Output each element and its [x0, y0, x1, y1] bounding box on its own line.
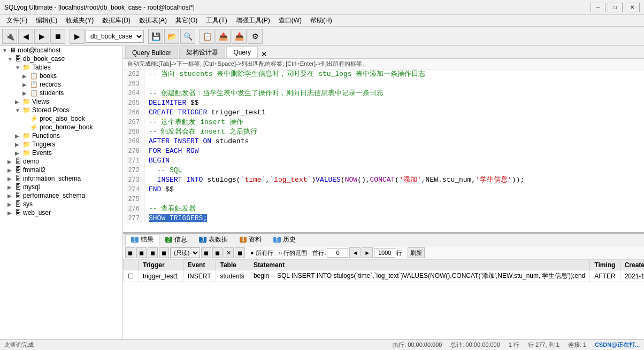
hint-bar: 自动完成能:[Tab]->下一标签; [Ctrl+Space]->列出匹配的标签…	[123, 59, 644, 69]
result-btn-1[interactable]: ◼	[125, 247, 135, 258]
result-btn-5[interactable]: ◼	[201, 247, 211, 258]
menu-database[interactable]: 数据库(D)	[98, 15, 135, 26]
export-button[interactable]: 📤	[216, 29, 231, 44]
result-btn-7[interactable]: ✕	[224, 247, 234, 258]
code-editor[interactable]: 262 -- 当向 students 表中删除学生信息时，同时要在 stu_lo…	[123, 69, 644, 232]
code-line-262: 262 -- 当向 students 表中删除学生信息时，同时要在 stu_lo…	[123, 69, 644, 79]
sidebar-mysql[interactable]: ▶ 🗄 mysql	[0, 183, 122, 191]
result-btn-3[interactable]: ◼	[148, 247, 158, 258]
menu-window[interactable]: 查口(W)	[274, 15, 306, 26]
sidebar-fmmail2[interactable]: ▶ 🗄 fmmail2	[0, 166, 122, 174]
code-line-266: 266 CREATE TRIGGER trigger_test1	[123, 108, 644, 118]
tables-arrow: ▼	[15, 65, 22, 71]
prev-page-button[interactable]: ◄	[349, 247, 361, 258]
sidebar-proc-also[interactable]: ⚡ proc_also_book	[0, 114, 122, 123]
tab-query-builder[interactable]: Query Builder	[125, 46, 178, 58]
save-button[interactable]: 💾	[148, 29, 163, 44]
sidebar-performance-schema[interactable]: ▶ 🗄 performance_schema	[0, 191, 122, 200]
result-btn-8[interactable]: ◼	[235, 247, 245, 258]
new-connection-button[interactable]: 🔌	[2, 29, 17, 44]
sidebar-table-records[interactable]: ▶ 📋 records	[0, 80, 122, 89]
result-tab-4[interactable]: 4 资料	[234, 234, 268, 246]
menu-table[interactable]: 数据表(A)	[135, 15, 171, 26]
table-row[interactable]: ☐ trigger_test1 INSERT students begin --…	[124, 270, 645, 282]
tab-schema-designer[interactable]: 架构设计器	[179, 46, 225, 58]
sidebar-views[interactable]: ▶ 📁 Views	[0, 97, 122, 106]
menu-favorites[interactable]: 收藏夹(Y)	[62, 15, 98, 26]
sidebar-events[interactable]: ▶ 📁 Events	[0, 149, 122, 157]
result-mode-select[interactable]: (只读)	[170, 247, 200, 258]
line-num-276: 276	[123, 204, 144, 214]
refresh-button[interactable]: 刷新	[408, 247, 425, 258]
sidebar-root[interactable]: ▼ 🖥 root@localhost	[0, 46, 122, 55]
functions-label: Functions	[32, 132, 60, 139]
window-controls[interactable]: ─ □ ✕	[591, 3, 640, 12]
result-tab-5[interactable]: 5 历史	[267, 234, 302, 246]
result-tab-2[interactable]: 2 信息	[159, 234, 194, 246]
sidebar-table-students[interactable]: ▶ 📋 students	[0, 89, 122, 97]
result-btn-2[interactable]: ◼	[136, 247, 147, 258]
events-arrow: ▶	[15, 150, 22, 156]
code-line-264: 264 -- 创建触发器：当学生表中发生了操作时，则向日志信息表中记录一条日志	[123, 89, 644, 98]
menu-edit[interactable]: 编辑(E)	[32, 15, 62, 26]
root-arrow: ▼	[2, 48, 10, 53]
row-checkbox[interactable]: ☐	[124, 270, 139, 282]
import-button[interactable]: 📥	[232, 29, 247, 44]
close-button[interactable]: ✕	[625, 3, 640, 12]
tab-query[interactable]: Query	[226, 46, 258, 58]
menu-other[interactable]: 其它(O)	[171, 15, 202, 26]
result-btn-6[interactable]: ◼	[212, 247, 223, 258]
maximize-button[interactable]: □	[608, 3, 623, 12]
result-table: Trigger Event Table Statement Timing Cre…	[123, 260, 644, 282]
sidebar-sys[interactable]: ▶ 🗄 sys	[0, 200, 122, 208]
procs-arrow: ▼	[15, 107, 22, 113]
root-label: root@localhost	[18, 46, 60, 54]
search-button[interactable]: 🔍	[180, 29, 195, 44]
sidebar-web-user[interactable]: ▶ 🗄 web_user	[0, 208, 122, 217]
sidebar-table-books[interactable]: ▶ 📋 books	[0, 72, 122, 80]
minimize-button[interactable]: ─	[591, 3, 605, 12]
students-icon: 📋	[30, 89, 38, 97]
perf-schema-label: performance_schema	[23, 192, 85, 199]
cell-statement: begin -- SQL INSERT INTO stulogs(`time`,…	[249, 270, 589, 282]
sidebar-functions[interactable]: ▶ 📁 Functions	[0, 131, 122, 140]
page-size-input[interactable]	[374, 248, 395, 258]
sidebar-information-schema[interactable]: ▶ 🗄 information_schema	[0, 174, 122, 183]
db-selector[interactable]: db_book_case	[86, 30, 144, 43]
execute-button[interactable]: ▶	[70, 29, 85, 44]
page-start-label: 首行:	[312, 249, 326, 257]
menu-enhance[interactable]: 增强工具(P)	[232, 15, 274, 26]
sidebar-proc-borrow[interactable]: ⚡ proc_borrow_book	[0, 123, 122, 131]
line-content-275	[144, 195, 149, 204]
content-area: Query Builder 架构设计器 Query ✕ 自动完成能:[Tab]-…	[123, 46, 644, 339]
forward-button[interactable]: ▶	[34, 29, 49, 44]
next-page-button[interactable]: ►	[362, 247, 373, 258]
status-execution: 执行: 00:00:00:000	[393, 341, 442, 349]
col-created: Created	[620, 260, 644, 270]
col-checkbox	[124, 260, 139, 270]
menu-help[interactable]: 帮助(H)	[306, 15, 336, 26]
page-start-input[interactable]	[327, 248, 348, 258]
stop-button[interactable]: ⏹	[50, 29, 65, 44]
menu-tools[interactable]: 工具(T)	[202, 15, 231, 26]
cell-table: students	[216, 270, 249, 282]
back-button[interactable]: ◀	[18, 29, 33, 44]
menu-file[interactable]: 文件(F)	[2, 15, 32, 26]
open-button[interactable]: 📂	[164, 29, 179, 44]
result-btn-4[interactable]: ◼	[159, 247, 169, 258]
sidebar-db-book-case[interactable]: ▼ 🗄 db_book_case	[0, 55, 122, 63]
sidebar-triggers[interactable]: ▶ 📁 Triggers	[0, 140, 122, 149]
status-rows: 1 行	[509, 341, 519, 349]
sidebar-tables[interactable]: ▼ 📁 Tables	[0, 63, 122, 72]
status-right: 执行: 00:00:00:000 总计: 00:00:00:000 1 行 行 …	[393, 341, 640, 349]
settings-button[interactable]: ⚙	[248, 29, 263, 44]
result-tab-1[interactable]: 1 结果	[125, 234, 159, 246]
result-tab-3[interactable]: 3 表数据	[193, 234, 234, 246]
triggers-icon: 📁	[22, 141, 30, 148]
line-content-277: SHOW TRIGGERS;	[144, 214, 207, 223]
status-connection: 连接: 1	[568, 341, 586, 349]
table-button[interactable]: 📋	[200, 29, 214, 44]
sidebar-demo[interactable]: ▶ 🗄 demo	[0, 157, 122, 166]
close-query-tab-button[interactable]: ✕	[261, 50, 267, 58]
sidebar-stored-procs[interactable]: ▼ 📁 Stored Procs	[0, 106, 122, 114]
